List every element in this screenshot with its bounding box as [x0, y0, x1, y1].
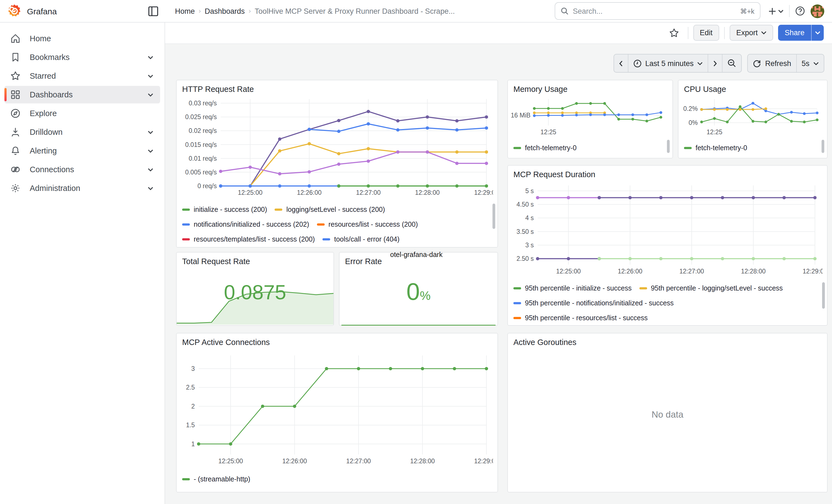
svg-text:12:27:00: 12:27:00 [356, 189, 381, 196]
bell-icon [10, 145, 21, 156]
legend-label: 95th percentile - logging/setLevel - suc… [651, 282, 783, 295]
sidebar-item-label: Home [30, 34, 160, 43]
search-shortcut: ⌘+k [740, 7, 754, 15]
legend-scrollbar[interactable] [822, 140, 824, 153]
avatar[interactable] [810, 4, 824, 18]
legend-swatch [513, 302, 521, 304]
legend-item[interactable]: - (streamable-http) [182, 473, 250, 485]
sidebar-item-bookmarks[interactable]: Bookmarks [4, 48, 160, 66]
legend-item[interactable]: fetch-telemetry-0 [513, 141, 577, 154]
breadcrumb-dashboards[interactable]: Dashboards [205, 7, 245, 15]
time-range-picker[interactable]: Last 5 minutes [628, 54, 708, 72]
cpu-usage-chart[interactable]: 12:250.2%0% [681, 96, 825, 135]
panel-mcp-request-duration: MCP Request Duration 12:25:0012:26:0012:… [508, 165, 828, 326]
time-back-button[interactable] [614, 54, 628, 72]
legend-item[interactable]: resources/templates/list - success (200) [182, 233, 315, 244]
panel-title[interactable]: CPU Usage [684, 85, 726, 94]
legend-swatch [317, 223, 324, 226]
panel-mcp-active-connections: MCP Active Connections 12:25:0012:26:001… [176, 333, 498, 493]
legend-item[interactable]: notifications/initialized - success (202… [182, 218, 309, 231]
sidebar-item-alerting[interactable]: Alerting [4, 142, 160, 160]
breadcrumb-separator: › [249, 7, 251, 15]
chevron-down-icon[interactable] [148, 167, 154, 171]
panel-title[interactable]: Memory Usage [513, 85, 568, 94]
sidebar-item-connections[interactable]: Connections [4, 161, 160, 178]
home-icon [10, 33, 21, 44]
zoom-out-button[interactable] [722, 54, 742, 72]
legend-scrollbar[interactable] [493, 204, 495, 229]
mcp-active-connections-chart[interactable]: 12:25:0012:26:0012:27:0012:28:0012:29:00… [180, 350, 493, 468]
legend-item[interactable]: 95th percentile - logging/setLevel - suc… [640, 282, 783, 295]
refresh-button[interactable]: Refresh [748, 54, 796, 72]
chevron-down-icon[interactable] [148, 186, 154, 190]
error-rate-sparkline[interactable] [339, 319, 497, 325]
legend-item[interactable]: logging/setLevel - success (200) [275, 203, 385, 216]
legend-swatch [182, 209, 190, 211]
legend-item[interactable]: resources/list - success (200) [317, 218, 418, 231]
mcp-request-duration-chart[interactable]: 12:25:0012:26:0012:27:0012:28:0012:29:00… [511, 180, 823, 278]
svg-text:12:29:00: 12:29:00 [474, 457, 493, 465]
legend-item[interactable]: initialize - success (200) [182, 203, 267, 216]
dashboard-actions-bar: Edit Export Share [165, 22, 832, 44]
help-button[interactable] [795, 6, 805, 16]
drilldown-icon [10, 127, 21, 137]
http-request-rate-chart[interactable]: 12:25:0012:26:0012:27:0012:28:0012:29:00… [180, 95, 493, 199]
sidebar-item-drilldown[interactable]: Drilldown [4, 123, 160, 141]
chevron-down-icon[interactable] [148, 93, 154, 97]
legend-item[interactable]: 95th percentile - initialize - success [513, 282, 632, 295]
svg-text:3 s: 3 s [525, 242, 534, 249]
legend-item[interactable]: fetch-telemetry-0 [684, 141, 747, 154]
breadcrumb-home[interactable]: Home [175, 7, 195, 15]
sidebar-item-administration[interactable]: Administration [4, 179, 160, 197]
http-request-rate-legend: initialize - success (200)logging/setLev… [182, 202, 486, 244]
sidebar-item-home[interactable]: Home [4, 30, 160, 47]
sidebar-item-label: Administration [30, 184, 148, 192]
time-forward-button[interactable] [708, 54, 722, 72]
search-input[interactable]: Search... ⌘+k [555, 2, 760, 20]
svg-text:12:27:00: 12:27:00 [346, 457, 371, 465]
favorite-star-button[interactable] [665, 25, 683, 41]
panel-title[interactable]: Total Request Rate [182, 257, 250, 266]
panel-title[interactable]: HTTP Request Rate [182, 85, 254, 94]
legend-item[interactable]: 95th percentile - notifications/initiali… [513, 297, 674, 310]
panel-title[interactable]: Error Rate [345, 257, 382, 266]
memory-usage-chart[interactable]: 12:2516 MiB [510, 96, 670, 135]
legend-swatch [275, 209, 283, 211]
legend-label: resources/list - success (200) [329, 218, 418, 231]
panel-title[interactable]: Active Goroutines [513, 338, 576, 347]
svg-text:12:28:00: 12:28:00 [415, 189, 440, 196]
topbar-right [768, 4, 832, 18]
svg-text:0.01 req/s: 0.01 req/s [189, 155, 217, 162]
svg-text:12:25:00: 12:25:00 [238, 189, 263, 196]
legend-scrollbar[interactable] [822, 282, 825, 309]
chevron-down-icon[interactable] [148, 149, 154, 153]
legend-item[interactable]: tools/call - error (404) [322, 233, 399, 244]
svg-text:12:25: 12:25 [706, 129, 723, 135]
sidebar-collapse-icon[interactable] [148, 6, 158, 16]
svg-text:0.03 req/s: 0.03 req/s [189, 100, 217, 107]
chevron-down-icon[interactable] [148, 74, 154, 78]
chevron-down-icon [698, 61, 703, 65]
stat-value: 0% [339, 278, 497, 306]
edit-button[interactable]: Edit [693, 25, 719, 41]
share-button[interactable]: Share [778, 25, 824, 41]
chevron-left-icon [619, 60, 623, 66]
chevron-down-icon[interactable] [148, 130, 154, 134]
add-menu-button[interactable] [768, 7, 784, 15]
legend-label: 95th percentile - resources/list - succe… [525, 312, 648, 324]
panel-title[interactable]: MCP Active Connections [182, 338, 270, 347]
panel-title[interactable]: MCP Request Duration [513, 170, 595, 179]
svg-text:1: 1 [191, 441, 195, 448]
grafana-logo-icon[interactable] [7, 4, 22, 18]
legend-scrollbar[interactable] [667, 140, 670, 153]
sidebar-item-dashboards[interactable]: Dashboards [4, 86, 160, 103]
time-controls: Last 5 minutes Refresh [613, 54, 824, 73]
legend-item[interactable]: 95th percentile - resources/list - succe… [513, 312, 648, 324]
refresh-interval-picker[interactable]: 5s [796, 54, 824, 72]
share-dropdown-button[interactable] [811, 25, 824, 41]
export-button[interactable]: Export [730, 25, 773, 41]
panel-memory-usage: Memory Usage 12:2516 MiB fetch-telemetry… [508, 80, 673, 158]
sidebar-item-explore[interactable]: Explore [4, 105, 160, 122]
chevron-down-icon[interactable] [148, 55, 154, 59]
sidebar-item-starred[interactable]: Starred [4, 67, 160, 85]
